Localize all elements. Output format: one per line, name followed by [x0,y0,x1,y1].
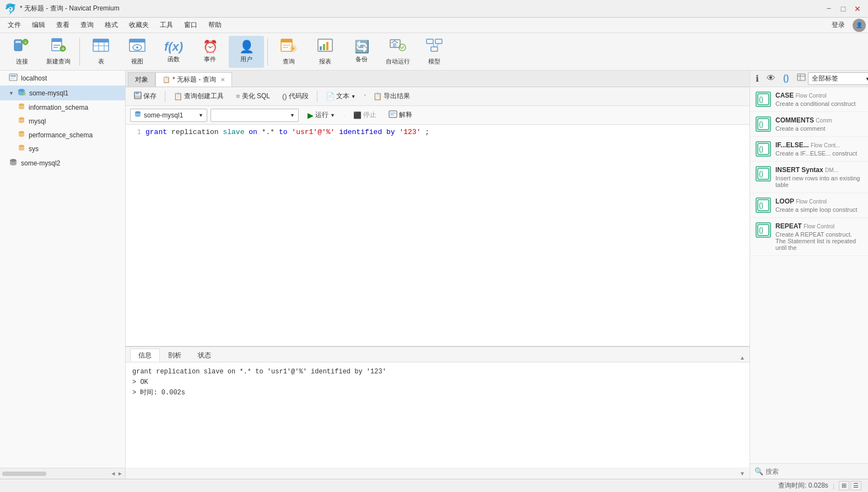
kw-to: to [279,128,288,136]
action-sep-1 [165,91,165,102]
model-label: 模型 [428,57,440,66]
snippet-loop[interactable]: () LOOP Flow Control Create a simple loo… [750,193,868,218]
sidebar-item-sys[interactable]: sys [0,142,125,156]
snippet-ifelse-badge: Flow Cont... [811,142,840,148]
toolbar-user[interactable]: 👤 用户 [229,36,264,68]
bottom-tab-info[interactable]: 信息 [130,349,160,362]
menu-format[interactable]: 格式 [99,18,123,32]
toolbar-backup[interactable]: 🔄 备份 [344,36,379,68]
toolbar-model[interactable]: 模型 [417,36,452,68]
some-mysql2-icon [9,158,18,168]
snippet-insert-text: INSERT Syntax DM... Insert new rows into… [775,166,862,188]
sidebar-item-some-mysql2[interactable]: some-mysql2 [0,156,125,170]
run-dropdown-icon: ▼ [330,113,335,118]
toolbar-autorun[interactable]: 自动运行 [380,36,416,68]
query-time: 查询时间: 0.028s [778,481,828,490]
eye-icon[interactable]: 👁 [764,72,778,85]
grid-view-button[interactable]: ⊞ [839,481,849,490]
menu-help[interactable]: 帮助 [203,18,227,32]
menu-query[interactable]: 查询 [75,18,99,32]
toolbar-new-query[interactable]: + 新建查询 [41,36,76,68]
snippet-case[interactable]: () CASE Flow Control Create a conditiona… [750,87,868,112]
svg-text:(): () [759,120,763,128]
menu-favorites[interactable]: 收藏夹 [123,18,154,32]
sidebar-item-some-mysql1[interactable]: ▼ S some-mysql1 [0,85,125,100]
run-button[interactable]: ▶ 运行 ▼ [302,109,341,121]
bottom-tab-profile[interactable]: 剖析 [160,349,190,362]
toolbar-connect[interactable]: + 连接 [4,36,40,68]
bottom-tab-status[interactable]: 状态 [190,349,219,362]
toolbar-table[interactable]: 表 [83,36,118,68]
sidebar-item-information-schema[interactable]: information_schema [0,100,125,114]
snippet-insert[interactable]: () INSERT Syntax DM... Insert new rows i… [750,162,868,193]
event-icon: ⏰ [203,40,218,54]
login-button[interactable]: 登录 [826,19,850,31]
code-snippet-button[interactable]: () 代码段 [277,89,314,103]
save-label: 保存 [143,92,157,101]
close-button[interactable]: ✕ [851,3,864,15]
text-button[interactable]: 📄 文本 ▼ [321,89,361,103]
query-builder-button[interactable]: 📋 查询创建工具 [169,89,229,103]
code-editor[interactable]: 1 grant replication slave on *.* to 'usr… [126,125,750,346]
menu-edit[interactable]: 编辑 [26,18,51,32]
svg-rect-39 [9,74,17,81]
toolbar-query[interactable]: 查询 [271,36,306,68]
explain-label: 解释 [399,110,412,120]
search-input[interactable] [765,468,864,475]
braces-icon[interactable]: () [781,72,791,85]
report-icon [316,38,334,56]
maximize-button[interactable]: □ [837,3,849,15]
svg-point-49 [19,145,24,148]
toolbar-sep-2 [267,38,268,66]
toolbar-report[interactable]: 报表 [308,36,343,68]
code-line-1: 1 grant replication slave on *.* to 'usr… [126,128,750,139]
svg-rect-34 [427,39,433,44]
stop-button[interactable]: ⬛ 停止 [349,109,381,121]
tab-object[interactable]: 对象 [128,72,155,87]
menu-tools[interactable]: 工具 [154,18,179,32]
export-button[interactable]: 📋 导出结果 [368,89,415,103]
sidebar: localhost ▼ S some-mysql1 informa [0,71,126,479]
filter-label: 全部标签 [812,74,838,83]
snippet-if-else[interactable]: () IF...ELSE... Flow Cont... Create a IF… [750,137,868,162]
minimize-button[interactable]: － [823,3,835,15]
table-icon-right[interactable] [795,72,808,85]
sidebar-item-mysql[interactable]: mysql [0,114,125,128]
localhost-icon [9,73,18,83]
menu-window[interactable]: 窗口 [179,18,203,32]
bottom-scroll-up[interactable]: ▲ [737,354,747,362]
tab-query[interactable]: 📋 * 无标题 - 查询 ✕ [155,72,232,87]
bottom-content: grant replication slave on *.* to 'usr1'… [126,362,750,468]
run-label: 运行 [315,110,328,120]
save-button[interactable]: 保存 [129,89,161,103]
right-filter-dropdown[interactable]: 全部标签 ▼ [808,72,868,85]
query-builder-icon: 📋 [174,92,182,100]
list-view-button[interactable]: ☰ [850,481,861,490]
tab-close-icon[interactable]: ✕ [220,77,225,83]
sidebar-label-some-mysql1: some-mysql1 [29,89,68,97]
explain-button[interactable]: 解释 [384,109,417,121]
snippet-ifelse-title: IF...ELSE... Flow Cont... [775,141,862,149]
toolbar-event[interactable]: ⏰ 事件 [192,36,228,68]
snippet-repeat[interactable]: () REPEAT Flow Control Create A REPEAT c… [750,218,868,256]
connect-icon: + [13,38,31,56]
sidebar-label-information-schema: information_schema [29,104,88,111]
info-icon[interactable]: ℹ [753,72,761,85]
action-sep-3: · [364,91,365,102]
svg-point-18 [136,46,138,49]
sidebar-item-performance-schema[interactable]: performance_schema [0,128,125,142]
snippet-comments[interactable]: () COMMENTS Comm Create a comment [750,112,868,137]
backup-icon: 🔄 [354,40,369,54]
svg-text:+: + [24,40,27,45]
bottom-scroll-down[interactable]: ▼ [737,469,747,478]
connection-select[interactable]: some-mysql1 ▼ [130,109,207,122]
sidebar-item-localhost[interactable]: localhost [0,71,125,85]
beautify-button[interactable]: ≡ 美化 SQL [231,89,275,103]
database-select[interactable]: ▼ [211,109,299,122]
toolbar-function[interactable]: f(x) 函数 [156,36,191,68]
toolbar-view[interactable]: 视图 [120,36,155,68]
user-icon: 👤 [239,40,254,54]
snippet-comments-badge: Comm [816,117,832,124]
menu-file[interactable]: 文件 [2,18,26,32]
menu-view[interactable]: 查看 [51,18,75,32]
